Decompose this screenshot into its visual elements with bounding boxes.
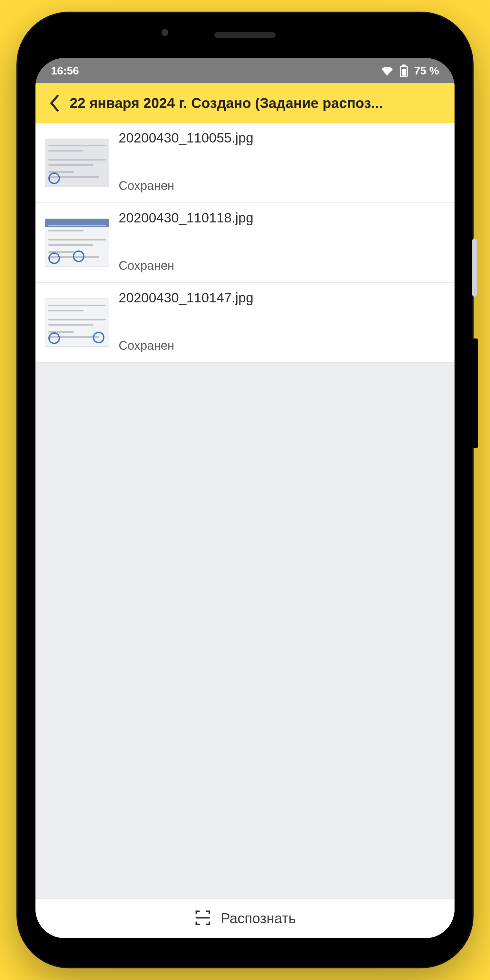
app-header: 22 января 2024 г. Создано (Задание распо… — [35, 83, 455, 123]
file-name: 20200430_110147.jpg — [119, 290, 447, 305]
phone-camera — [158, 26, 175, 44]
phone-volume-button — [472, 239, 477, 297]
file-row[interactable]: 20200430_110147.jpgСохранен — [35, 283, 455, 363]
file-thumbnail — [43, 290, 111, 356]
battery-icon — [399, 64, 409, 77]
status-bar: 16:56 75 % — [35, 58, 455, 83]
phone-power-button — [472, 339, 478, 448]
file-row[interactable]: 20200430_110055.jpgСохранен — [35, 123, 455, 203]
app-screen: 16:56 75 % 22 — [35, 58, 455, 938]
file-name: 20200430_110055.jpg — [119, 130, 447, 146]
recognize-label: Распознать — [221, 910, 296, 926]
scan-icon — [194, 909, 212, 928]
file-status: Сохранен — [119, 259, 447, 273]
file-name: 20200430_110118.jpg — [119, 210, 447, 226]
file-thumbnail — [43, 210, 111, 276]
svg-rect-2 — [402, 69, 406, 76]
file-thumbnail — [43, 130, 111, 196]
file-row[interactable]: 20200430_110118.jpgСохранен — [35, 203, 455, 283]
battery-percent: 75 % — [414, 64, 439, 77]
wifi-icon — [381, 65, 394, 76]
clock: 16:56 — [51, 64, 79, 77]
chevron-left-icon — [49, 95, 60, 111]
page-title: 22 января 2024 г. Создано (Задание распо… — [67, 95, 447, 111]
phone-frame: 16:56 75 % 22 — [18, 13, 472, 967]
file-status: Сохранен — [119, 179, 447, 193]
file-list: 20200430_110055.jpgСохранен20200430_1101… — [35, 123, 455, 898]
back-button[interactable] — [43, 91, 67, 115]
recognize-button[interactable]: Распознать — [35, 898, 455, 938]
file-status: Сохранен — [119, 339, 447, 353]
